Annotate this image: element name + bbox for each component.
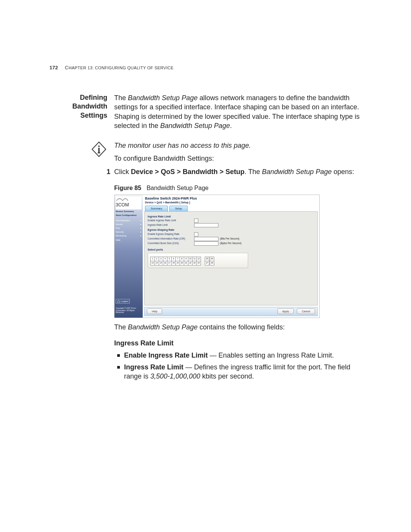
svg-rect-3 — [98, 153, 100, 153]
shot-nav-save-config[interactable]: Save Configuration — [116, 213, 142, 217]
shot-port-uplink[interactable]: 28 — [210, 261, 214, 265]
shot-nav-help[interactable]: Help — [116, 238, 142, 242]
svg-rect-2 — [98, 148, 99, 153]
shot-device-title: Baseline Switch 2924-PWR Plus — [143, 195, 319, 201]
info-icon — [91, 141, 107, 158]
shot-nav-monitoring[interactable]: Monitoring▸ — [116, 234, 142, 238]
shot-input-cir[interactable] — [194, 237, 218, 241]
after-figure-text: The Bandwidth Setup Page contains the fo… — [114, 323, 362, 332]
shot-select-ports-label: Select ports — [148, 248, 314, 251]
step-1: 1 Click Device > QoS > Bandwidth > Setup… — [114, 167, 362, 176]
shot-footer: Help Apply Cancel — [144, 307, 318, 316]
shot-group-ingress: Ingress Rate Limit — [148, 215, 314, 218]
running-header: 172 CHAPTER 13: CONFIGURING QUALITY OF S… — [49, 65, 362, 70]
shot-sidebar: 3COM Device Summary Save Configuration A… — [115, 195, 143, 318]
bullet-enable-ingress: Enable Ingress Rate Limit — Enables sett… — [116, 351, 362, 360]
shot-checkbox-enable-egress[interactable] — [194, 232, 198, 236]
shot-port-uplink[interactable]: 27 — [205, 261, 209, 265]
shot-nav-security[interactable]: Security▸ — [116, 230, 142, 234]
shot-breadcrumb: Device > QoS > Bandwidth [ Setup ] — [143, 201, 319, 206]
shot-form-panel: Ingress Rate Limit Enable Ingress Rate L… — [144, 211, 318, 305]
shot-tab-summary[interactable]: Summary — [145, 206, 168, 211]
shot-input-cbs[interactable] — [194, 241, 218, 246]
subsection-heading: Ingress Rate Limit — [114, 339, 362, 348]
shot-logout[interactable]: Logout — [116, 299, 130, 304]
shot-group-egress: Egress Shaping Rate — [148, 228, 314, 232]
shot-nav-device-summary[interactable]: Device Summary — [116, 209, 142, 213]
shot-port[interactable]: 24 — [196, 261, 201, 265]
figure-caption: Figure 85Bandwidth Setup Page — [114, 184, 362, 192]
intro-paragraph: The Bandwidth Setup Page allows network … — [114, 93, 362, 134]
info-note: The monitor user has no access to this p… — [114, 141, 362, 150]
figure-screenshot: 3COM Device Summary Save Configuration A… — [114, 195, 320, 318]
page-number: 172 — [49, 65, 58, 70]
shot-logo: 3COM — [116, 197, 142, 209]
svg-point-1 — [98, 145, 100, 147]
shot-help-button[interactable]: Help — [147, 308, 162, 314]
bullet-ingress-rate: Ingress Rate Limit — Defines the ingress… — [116, 363, 362, 381]
shot-apply-button[interactable]: Apply — [277, 308, 294, 314]
shot-cancel-button[interactable]: Cancel — [297, 308, 315, 314]
shot-nav-administration[interactable]: Administration▸ — [116, 219, 142, 222]
shot-copyright: Copyright © 2007 3Com Corporation. All R… — [116, 307, 142, 314]
shot-port-selector[interactable]: 123456789101112131415161718192021222324 … — [148, 253, 248, 268]
shot-tab-setup[interactable]: Setup — [169, 206, 188, 211]
chapter-title: CHAPTER 13: CONFIGURING QUALITY OF SERVI… — [65, 65, 174, 70]
shot-nav-device[interactable]: Device▸ — [116, 222, 142, 226]
shot-checkbox-enable-ingress[interactable] — [194, 219, 198, 223]
lead-text: To configure Bandwidth Settings: — [114, 154, 362, 163]
section-side-heading: Defining Bandwidth Settings — [49, 93, 114, 134]
shot-input-ingress-rate[interactable] — [194, 223, 218, 227]
shot-nav-port[interactable]: Port▸ — [116, 226, 142, 230]
